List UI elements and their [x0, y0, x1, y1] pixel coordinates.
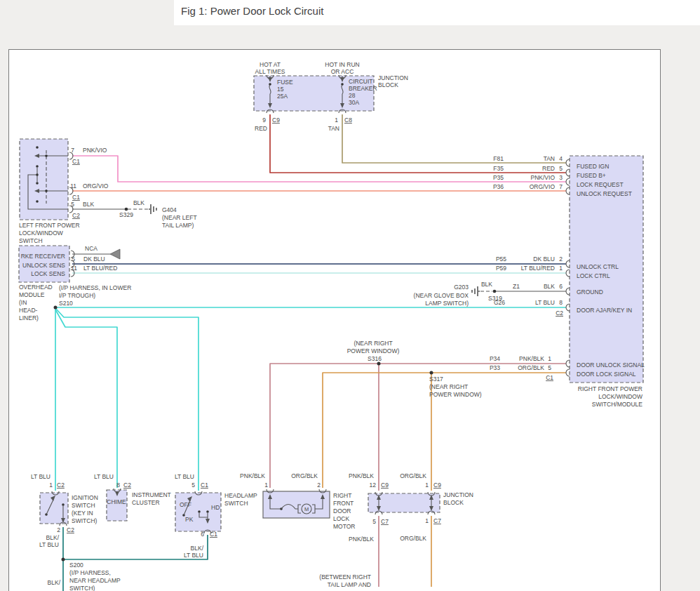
label-lt-blu: LT BLU: [184, 552, 203, 559]
label-c2: C2: [57, 482, 65, 489]
left-front-power-lock-window-switch: [20, 139, 68, 220]
label-near-left: (NEAR LEFT: [162, 214, 197, 221]
label-2: 2: [57, 526, 60, 533]
label-module: MODULE: [19, 291, 45, 298]
label-c2: C2: [67, 526, 74, 533]
label-door-ajar-key-in: DOOR AJAR/KEY IN: [577, 307, 632, 314]
label-between-right: (BETWEEN RIGHT: [319, 573, 371, 580]
label-c2: C2: [72, 212, 80, 219]
label-i-p-harness-in-lower: (I/P HARNESS, IN LOWER: [59, 284, 131, 291]
label-fused-ign: FUSED IGN: [577, 163, 609, 170]
label-lt-blu-red: LT BLU/RED: [521, 265, 555, 272]
label-g26: G26: [494, 299, 505, 306]
label-z1: Z1: [513, 283, 520, 290]
label-1: 1: [335, 117, 338, 124]
label-near-glove-box: (NEAR GLOVE BOX: [414, 292, 469, 299]
label-12: 12: [370, 482, 377, 489]
label-in: (IN: [19, 299, 27, 306]
label-c1: C1: [210, 531, 217, 538]
label-s317: S317: [429, 376, 443, 383]
label-circuit: CIRCUIT: [349, 78, 372, 85]
label-pnk-blk: PNK/BLK: [349, 472, 374, 479]
wire-org-blk: [323, 373, 566, 587]
wire-tan: [342, 114, 566, 163]
label-lamp-switch: LAMP SWITCH): [425, 300, 469, 307]
label-p34: P34: [490, 355, 500, 362]
label-5: 5: [191, 482, 195, 489]
label-lock-window: LOCK/WINDOW: [598, 393, 642, 400]
label-breaker: BREAKER: [349, 85, 377, 92]
label-dk-blu: DK BLU: [533, 255, 555, 263]
label-ground: GROUND: [577, 288, 603, 296]
label-2: 2: [559, 255, 563, 263]
label-lt-blu: LT BLU: [535, 299, 555, 306]
label-blk: BLK/: [191, 545, 204, 552]
page: Fig 1: Power Door Lock Circuit: [0, 0, 700, 591]
label-headlamp: HEADLAMP: [224, 492, 257, 499]
label-switch: SWITCH): [72, 517, 97, 524]
label-tan: TAN: [544, 155, 555, 162]
label-tail-lamp: TAIL LAMP): [162, 222, 194, 229]
label-hd: HD: [211, 504, 220, 511]
label-junction: JUNCTION: [443, 491, 473, 498]
label-power-window: POWER WINDOW): [347, 347, 400, 354]
label-pnk-blk: PNK/BLK: [349, 536, 374, 543]
label-lock-ctrl: LOCK CTRL: [577, 272, 610, 279]
label-7: 7: [559, 183, 563, 190]
label-pnk-blk: PNK/BLK: [240, 472, 265, 479]
label-lt-blu: LT BLU: [39, 541, 59, 548]
label-7: 7: [71, 147, 74, 154]
label-overhead: OVERHEAD: [19, 284, 53, 291]
label-p55: P55: [496, 255, 506, 263]
label-blk: BLK/: [46, 534, 60, 541]
label-30a: 30A: [349, 99, 359, 106]
label-org-blk: ORG/BLK: [518, 364, 544, 371]
label-blk: BLK/: [48, 579, 61, 586]
label-tan: TAN: [328, 125, 339, 132]
label-block: BLOCK: [378, 81, 398, 88]
label-chime: CHIME: [107, 498, 126, 505]
label-pk: PK: [185, 516, 194, 523]
label-c1: C1: [72, 194, 80, 201]
label-f81: F81: [493, 155, 504, 162]
label-s316: S316: [368, 355, 382, 362]
label-1: 1: [548, 355, 551, 362]
label-lock-request: LOCK REQUEST: [577, 181, 624, 188]
label-s329: S329: [119, 211, 133, 218]
label-org-blk: ORG/BLK: [400, 472, 426, 479]
label-c2: C2: [123, 482, 131, 489]
label-off: OFF: [180, 501, 191, 508]
label-8: 8: [116, 482, 120, 489]
label-fuse: FUSE: [277, 79, 293, 86]
label-hot-at: HOT AT: [260, 61, 281, 68]
label-right-front-power: RIGHT FRONT POWER: [578, 385, 642, 392]
label-1: 1: [264, 482, 268, 489]
label-lock-window: LOCK/WINDOW: [19, 230, 63, 237]
label-switch: SWITCH: [19, 237, 43, 244]
label-28: 28: [349, 92, 356, 99]
label-cluster: CLUSTER: [132, 499, 160, 506]
label-blk: BLK: [544, 283, 555, 290]
label-pnk-vio: PNK/VIO: [531, 174, 556, 181]
label-lt-blu: LT BLU: [175, 473, 194, 480]
label-near-headlamp: NEAR HEADLAMP: [69, 577, 121, 584]
label-rke-receiver: RKE RECEIVER: [21, 253, 65, 260]
label-unlock-sens: UNLOCK SENS: [22, 262, 65, 269]
label-i-p-trough: I/P TROUGH): [59, 292, 95, 299]
label-liner: LINER): [19, 314, 39, 321]
label-tail-lamp-and: TAIL LAMP AND: [328, 581, 371, 588]
wire-lt-blu: [55, 307, 566, 491]
label-5: 5: [72, 255, 75, 263]
label-lt-blu: LT BLU: [31, 473, 51, 480]
label-25a: 25A: [277, 93, 288, 100]
label-key-in: (KEY IN: [72, 510, 93, 517]
label-5: 5: [548, 364, 551, 371]
label-unlock-ctrl: UNLOCK CTRL: [577, 263, 619, 270]
label-p33: P33: [490, 364, 500, 371]
label-left-front-power: LEFT FRONT POWER: [19, 222, 80, 229]
label-f35: F35: [493, 165, 504, 172]
label-blk: BLK: [481, 281, 492, 288]
label-4: 4: [559, 155, 563, 162]
label-c8: C8: [344, 117, 352, 124]
label-1: 1: [425, 482, 429, 489]
